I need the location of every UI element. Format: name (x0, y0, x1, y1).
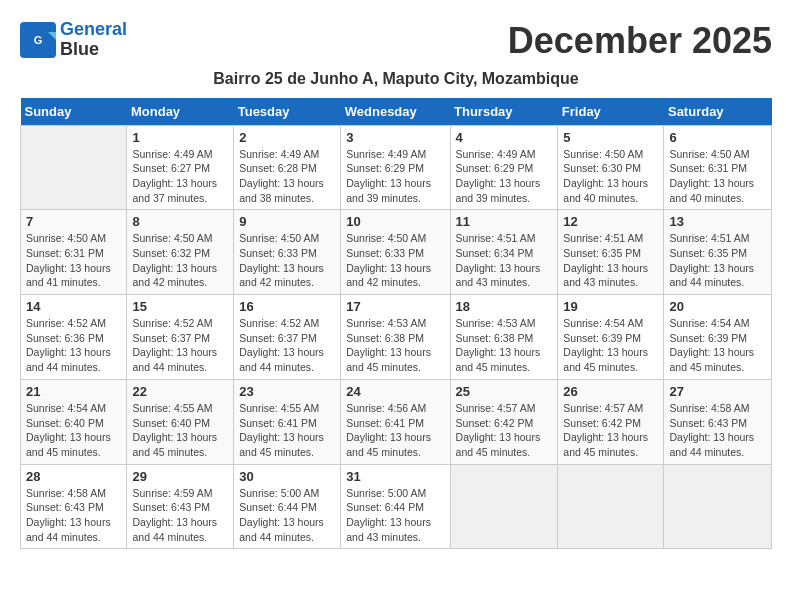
day-number: 17 (346, 299, 444, 314)
day-number: 4 (456, 130, 553, 145)
day-number: 8 (132, 214, 228, 229)
day-number: 1 (132, 130, 228, 145)
cell-sun-info: Sunrise: 4:51 AM Sunset: 6:35 PM Dayligh… (669, 231, 766, 290)
cell-sun-info: Sunrise: 4:57 AM Sunset: 6:42 PM Dayligh… (456, 401, 553, 460)
calendar-cell: 5Sunrise: 4:50 AM Sunset: 6:30 PM Daylig… (558, 125, 664, 210)
calendar-cell: 9Sunrise: 4:50 AM Sunset: 6:33 PM Daylig… (234, 210, 341, 295)
calendar-cell: 8Sunrise: 4:50 AM Sunset: 6:32 PM Daylig… (127, 210, 234, 295)
calendar-cell: 28Sunrise: 4:58 AM Sunset: 6:43 PM Dayli… (21, 464, 127, 549)
day-number: 15 (132, 299, 228, 314)
logo: G General Blue (20, 20, 127, 60)
cell-sun-info: Sunrise: 4:49 AM Sunset: 6:27 PM Dayligh… (132, 147, 228, 206)
calendar-cell: 31Sunrise: 5:00 AM Sunset: 6:44 PM Dayli… (341, 464, 450, 549)
day-number: 5 (563, 130, 658, 145)
location-subtitle: Bairro 25 de Junho A, Maputo City, Mozam… (20, 70, 772, 88)
calendar-cell: 3Sunrise: 4:49 AM Sunset: 6:29 PM Daylig… (341, 125, 450, 210)
calendar-cell: 26Sunrise: 4:57 AM Sunset: 6:42 PM Dayli… (558, 379, 664, 464)
cell-sun-info: Sunrise: 4:54 AM Sunset: 6:39 PM Dayligh… (563, 316, 658, 375)
cell-sun-info: Sunrise: 4:52 AM Sunset: 6:37 PM Dayligh… (132, 316, 228, 375)
day-number: 6 (669, 130, 766, 145)
month-title: December 2025 (508, 20, 772, 62)
cell-sun-info: Sunrise: 4:50 AM Sunset: 6:33 PM Dayligh… (346, 231, 444, 290)
day-number: 28 (26, 469, 121, 484)
cell-sun-info: Sunrise: 4:57 AM Sunset: 6:42 PM Dayligh… (563, 401, 658, 460)
calendar-cell: 12Sunrise: 4:51 AM Sunset: 6:35 PM Dayli… (558, 210, 664, 295)
day-number: 12 (563, 214, 658, 229)
cell-sun-info: Sunrise: 4:49 AM Sunset: 6:29 PM Dayligh… (346, 147, 444, 206)
cell-sun-info: Sunrise: 4:55 AM Sunset: 6:40 PM Dayligh… (132, 401, 228, 460)
calendar-cell: 19Sunrise: 4:54 AM Sunset: 6:39 PM Dayli… (558, 295, 664, 380)
cell-sun-info: Sunrise: 4:51 AM Sunset: 6:35 PM Dayligh… (563, 231, 658, 290)
day-header-monday: Monday (127, 98, 234, 126)
calendar-cell: 15Sunrise: 4:52 AM Sunset: 6:37 PM Dayli… (127, 295, 234, 380)
calendar-table: SundayMondayTuesdayWednesdayThursdayFrid… (20, 98, 772, 550)
calendar-cell: 14Sunrise: 4:52 AM Sunset: 6:36 PM Dayli… (21, 295, 127, 380)
day-number: 27 (669, 384, 766, 399)
cell-sun-info: Sunrise: 4:55 AM Sunset: 6:41 PM Dayligh… (239, 401, 335, 460)
calendar-week-row: 14Sunrise: 4:52 AM Sunset: 6:36 PM Dayli… (21, 295, 772, 380)
calendar-cell: 25Sunrise: 4:57 AM Sunset: 6:42 PM Dayli… (450, 379, 558, 464)
day-header-tuesday: Tuesday (234, 98, 341, 126)
cell-sun-info: Sunrise: 4:53 AM Sunset: 6:38 PM Dayligh… (346, 316, 444, 375)
cell-sun-info: Sunrise: 4:58 AM Sunset: 6:43 PM Dayligh… (669, 401, 766, 460)
cell-sun-info: Sunrise: 4:54 AM Sunset: 6:40 PM Dayligh… (26, 401, 121, 460)
day-number: 22 (132, 384, 228, 399)
cell-sun-info: Sunrise: 4:59 AM Sunset: 6:43 PM Dayligh… (132, 486, 228, 545)
calendar-cell (21, 125, 127, 210)
calendar-body: 1Sunrise: 4:49 AM Sunset: 6:27 PM Daylig… (21, 125, 772, 549)
day-header-friday: Friday (558, 98, 664, 126)
calendar-cell: 30Sunrise: 5:00 AM Sunset: 6:44 PM Dayli… (234, 464, 341, 549)
day-header-sunday: Sunday (21, 98, 127, 126)
calendar-week-row: 21Sunrise: 4:54 AM Sunset: 6:40 PM Dayli… (21, 379, 772, 464)
calendar-week-row: 1Sunrise: 4:49 AM Sunset: 6:27 PM Daylig… (21, 125, 772, 210)
day-number: 24 (346, 384, 444, 399)
day-header-thursday: Thursday (450, 98, 558, 126)
day-number: 30 (239, 469, 335, 484)
cell-sun-info: Sunrise: 4:50 AM Sunset: 6:33 PM Dayligh… (239, 231, 335, 290)
calendar-cell (664, 464, 772, 549)
day-header-saturday: Saturday (664, 98, 772, 126)
calendar-cell: 4Sunrise: 4:49 AM Sunset: 6:29 PM Daylig… (450, 125, 558, 210)
calendar-cell: 13Sunrise: 4:51 AM Sunset: 6:35 PM Dayli… (664, 210, 772, 295)
calendar-cell: 18Sunrise: 4:53 AM Sunset: 6:38 PM Dayli… (450, 295, 558, 380)
calendar-cell: 22Sunrise: 4:55 AM Sunset: 6:40 PM Dayli… (127, 379, 234, 464)
day-number: 18 (456, 299, 553, 314)
calendar-cell: 21Sunrise: 4:54 AM Sunset: 6:40 PM Dayli… (21, 379, 127, 464)
calendar-cell: 10Sunrise: 4:50 AM Sunset: 6:33 PM Dayli… (341, 210, 450, 295)
day-number: 10 (346, 214, 444, 229)
day-number: 19 (563, 299, 658, 314)
cell-sun-info: Sunrise: 4:49 AM Sunset: 6:29 PM Dayligh… (456, 147, 553, 206)
day-number: 3 (346, 130, 444, 145)
day-number: 7 (26, 214, 121, 229)
month-title-section: December 2025 (508, 20, 772, 62)
calendar-cell (558, 464, 664, 549)
day-number: 20 (669, 299, 766, 314)
cell-sun-info: Sunrise: 4:50 AM Sunset: 6:31 PM Dayligh… (26, 231, 121, 290)
cell-sun-info: Sunrise: 5:00 AM Sunset: 6:44 PM Dayligh… (239, 486, 335, 545)
cell-sun-info: Sunrise: 4:52 AM Sunset: 6:37 PM Dayligh… (239, 316, 335, 375)
calendar-header-row: SundayMondayTuesdayWednesdayThursdayFrid… (21, 98, 772, 126)
day-number: 16 (239, 299, 335, 314)
cell-sun-info: Sunrise: 4:56 AM Sunset: 6:41 PM Dayligh… (346, 401, 444, 460)
day-header-wednesday: Wednesday (341, 98, 450, 126)
day-number: 14 (26, 299, 121, 314)
cell-sun-info: Sunrise: 4:52 AM Sunset: 6:36 PM Dayligh… (26, 316, 121, 375)
calendar-cell: 24Sunrise: 4:56 AM Sunset: 6:41 PM Dayli… (341, 379, 450, 464)
cell-sun-info: Sunrise: 4:58 AM Sunset: 6:43 PM Dayligh… (26, 486, 121, 545)
cell-sun-info: Sunrise: 5:00 AM Sunset: 6:44 PM Dayligh… (346, 486, 444, 545)
day-number: 13 (669, 214, 766, 229)
cell-sun-info: Sunrise: 4:50 AM Sunset: 6:32 PM Dayligh… (132, 231, 228, 290)
svg-text:G: G (34, 34, 43, 46)
day-number: 9 (239, 214, 335, 229)
calendar-cell: 16Sunrise: 4:52 AM Sunset: 6:37 PM Dayli… (234, 295, 341, 380)
calendar-cell: 29Sunrise: 4:59 AM Sunset: 6:43 PM Dayli… (127, 464, 234, 549)
day-number: 25 (456, 384, 553, 399)
day-number: 29 (132, 469, 228, 484)
calendar-cell (450, 464, 558, 549)
calendar-cell: 20Sunrise: 4:54 AM Sunset: 6:39 PM Dayli… (664, 295, 772, 380)
cell-sun-info: Sunrise: 4:51 AM Sunset: 6:34 PM Dayligh… (456, 231, 553, 290)
day-number: 21 (26, 384, 121, 399)
cell-sun-info: Sunrise: 4:50 AM Sunset: 6:31 PM Dayligh… (669, 147, 766, 206)
calendar-week-row: 28Sunrise: 4:58 AM Sunset: 6:43 PM Dayli… (21, 464, 772, 549)
cell-sun-info: Sunrise: 4:53 AM Sunset: 6:38 PM Dayligh… (456, 316, 553, 375)
